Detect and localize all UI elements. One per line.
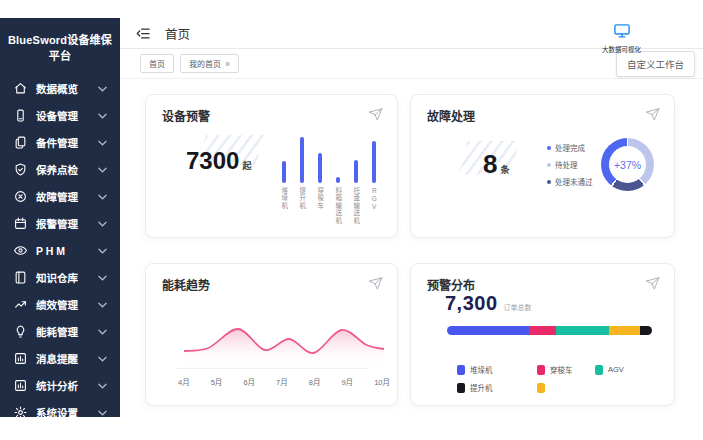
bar-segment	[529, 326, 556, 335]
tab-list: 首页我的首页×	[140, 54, 239, 73]
send-icon[interactable]	[645, 107, 660, 122]
sidebar-item-设备管理[interactable]: 设备管理	[0, 102, 120, 129]
axis-tick-label: 7月	[276, 376, 288, 387]
axis-tick-label: 4月	[178, 376, 190, 387]
warning-count: 7300起	[186, 147, 251, 175]
legend-item: AGV	[595, 364, 624, 375]
bar-label: RGV	[370, 187, 377, 211]
sidebar-item-故障管理[interactable]: 故障管理	[0, 183, 120, 210]
sidebar-item-label: 设备管理	[36, 108, 78, 123]
close-icon[interactable]: ×	[225, 61, 230, 67]
legend-swatch	[457, 365, 465, 375]
home-icon	[14, 82, 27, 95]
bar-wrap	[300, 135, 304, 183]
distribution-total: 7,300 订单总数	[445, 292, 532, 315]
bar	[372, 141, 376, 183]
customize-workbench-button[interactable]: 自定义工作台	[616, 51, 695, 77]
send-icon[interactable]	[368, 107, 383, 122]
bar-wrap	[336, 135, 340, 183]
sidebar-item-报警管理[interactable]: 报警管理	[0, 210, 120, 237]
sidebar-item-label: 知识仓库	[36, 270, 78, 285]
sidebar-item-知识仓库[interactable]: 知识仓库	[0, 264, 120, 291]
sidebar-menu: 数据概览设备管理备件管理保养点检故障管理报警管理P H M知识仓库绩效管理能耗管…	[0, 75, 120, 426]
legend-item: 处理完成	[547, 142, 593, 153]
sidebar-item-label: 统计分析	[36, 378, 78, 393]
chevron-down-icon	[98, 329, 107, 335]
sidebar-item-消息提醒[interactable]: 消息提醒	[0, 345, 120, 372]
card-title: 设备预警	[162, 107, 210, 124]
legend-item	[537, 382, 595, 393]
sidebar-item-label: 绩效管理	[36, 297, 78, 312]
book-icon	[14, 271, 27, 284]
bar-segment	[640, 326, 652, 335]
legend-dot	[547, 163, 551, 167]
sidebar-item-label: 数据概览	[36, 81, 78, 96]
bar	[282, 161, 286, 183]
month-axis-labels: 4月5月6月7月8月9月10月	[178, 376, 390, 387]
sidebar-item-label: P H M	[36, 245, 65, 257]
card-title: 预警分布	[427, 276, 475, 293]
tab-label: 我的首页	[189, 58, 221, 69]
device-icon	[14, 109, 27, 122]
legend-label: 穿梭车	[550, 364, 573, 375]
axis-tick-label: 8月	[309, 376, 321, 387]
viz-caption: 大数据可视化	[602, 44, 641, 54]
sidebar-item-系统设置[interactable]: 系统设置	[0, 399, 120, 426]
legend-item: 处理未通过	[547, 176, 593, 187]
bar-segment	[447, 326, 529, 335]
chevron-down-icon	[98, 356, 107, 362]
sidebar-item-PHM[interactable]: P H M	[0, 237, 120, 264]
legend-label: 处理完成	[555, 142, 585, 153]
bar-column: 堆垛机	[278, 135, 289, 225]
card-fault-handling: 故障处理 8条 处理完成待处理处理未通过 +37%	[410, 94, 675, 238]
donut-hole: +37%	[609, 146, 646, 183]
sidebar-item-保养点检[interactable]: 保养点检	[0, 156, 120, 183]
total-label: 订单总数	[504, 302, 532, 312]
legend-dot	[547, 180, 551, 184]
bulb-icon	[14, 325, 27, 338]
legend-swatch	[595, 365, 603, 375]
sidebar-item-label: 保养点检	[36, 162, 78, 177]
chevron-down-icon	[98, 86, 107, 92]
legend-swatch	[537, 365, 545, 375]
monitor-icon	[612, 22, 632, 43]
count-value: 7300	[186, 147, 239, 174]
bar-column: RGV	[368, 135, 379, 225]
bar	[336, 177, 340, 183]
menu-fold-icon[interactable]	[136, 26, 151, 41]
bar	[300, 137, 304, 183]
tab-首页[interactable]: 首页	[140, 54, 174, 73]
distribution-bar	[447, 326, 652, 335]
tab-label: 首页	[149, 58, 165, 69]
energy-area-chart	[184, 320, 384, 366]
legend-swatch	[537, 383, 545, 393]
legend-dot	[547, 146, 551, 150]
sidebar-item-备件管理[interactable]: 备件管理	[0, 129, 120, 156]
sidebar-item-绩效管理[interactable]: 绩效管理	[0, 291, 120, 318]
sidebar-item-能耗管理[interactable]: 能耗管理	[0, 318, 120, 345]
big-data-viz-link[interactable]: 大数据可视化	[602, 22, 641, 54]
sidebar-item-统计分析[interactable]: 统计分析	[0, 372, 120, 399]
bar-column: 穿梭车	[314, 135, 325, 225]
tab-我的首页[interactable]: 我的首页×	[180, 54, 239, 73]
chevron-down-icon	[98, 302, 107, 308]
legend-label: 处理未通过	[555, 176, 593, 187]
send-icon[interactable]	[645, 276, 660, 291]
send-icon[interactable]	[368, 276, 383, 291]
sidebar-item-label: 备件管理	[36, 135, 78, 150]
chevron-down-icon	[98, 113, 107, 119]
chevron-down-icon	[98, 275, 107, 281]
bar-label: 托盘输送机	[352, 187, 359, 225]
legend-label: 提升机	[470, 382, 493, 393]
bar-column: 托盘输送机	[350, 135, 361, 225]
sidebar-item-label: 故障管理	[36, 189, 78, 204]
sidebar: BlueSword设备维保平台 数据概览设备管理备件管理保养点检故障管理报警管理…	[0, 18, 120, 417]
fault-circle-icon	[14, 190, 27, 203]
bar-column: 料箱输送机	[332, 135, 343, 225]
sidebar-item-数据概览[interactable]: 数据概览	[0, 75, 120, 102]
chevron-down-icon	[98, 221, 107, 227]
axis-line	[176, 368, 369, 369]
count-unit: 条	[500, 165, 509, 175]
chevron-down-icon	[98, 194, 107, 200]
axis-tick-label: 5月	[211, 376, 223, 387]
